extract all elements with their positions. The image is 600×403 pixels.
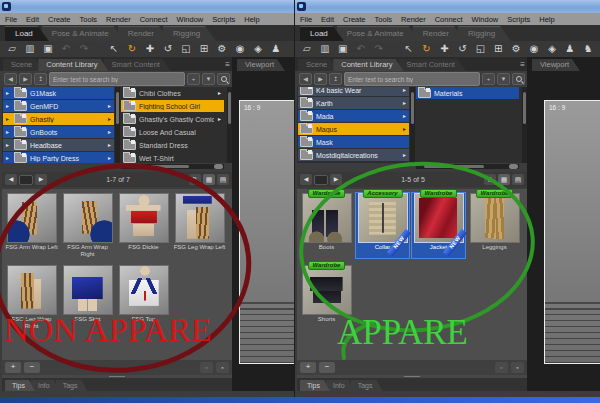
search-icon[interactable] (512, 73, 525, 85)
tab-tags[interactable]: Tags (351, 380, 383, 391)
tool-settings-icon[interactable]: ⚙ (216, 42, 228, 56)
menu-window[interactable]: Window (177, 15, 204, 24)
viewport-3d-view[interactable]: 16 : 9 (544, 100, 600, 364)
tab-render[interactable]: Render (118, 26, 170, 41)
subfolder-arrow-icon[interactable]: ► (402, 100, 407, 106)
menu-tools[interactable]: Tools (80, 15, 98, 24)
prev-page-button[interactable]: ◀ (5, 174, 17, 185)
remove-button[interactable]: − (24, 362, 40, 373)
tab-info[interactable]: Info (31, 380, 60, 391)
subfolder-row-chibi[interactable]: Chibi Clothes ► (121, 87, 224, 99)
undo-icon[interactable]: ↶ (355, 42, 367, 56)
subfolder-row-standard-dress[interactable]: Standard Dress (121, 139, 224, 151)
search-options-button[interactable]: ▼ (202, 73, 215, 85)
menu-edit[interactable]: Edit (26, 15, 39, 24)
tab-tips[interactable]: Tips (5, 380, 35, 391)
tool-settings-icon[interactable]: ⚙ (510, 42, 522, 56)
up-level-button[interactable]: ↥ (34, 73, 47, 85)
subfolder-row-loose-casual[interactable]: Loose And Casual (121, 126, 224, 138)
nav-forward-button[interactable]: ▶ (19, 73, 32, 85)
node-selection-icon[interactable]: ↖ (403, 42, 415, 56)
import-icon[interactable]: ▥ (24, 42, 36, 56)
tab-rigging[interactable]: Rigging (458, 26, 511, 41)
camera-icon[interactable]: ◉ (528, 42, 540, 56)
pane-menu-icon[interactable]: ≡ (225, 60, 230, 69)
sort-icon[interactable]: ⇅ (189, 174, 201, 185)
save-icon[interactable]: ▣ (42, 42, 54, 56)
asset-fsg-leg-wrap-right[interactable]: FSG Leg Wrap Right (5, 265, 58, 330)
camera-icon[interactable]: ◉ (234, 42, 246, 56)
asset-fsg-arm-wrap-left[interactable]: FSG Arm Wrap Left (5, 193, 58, 258)
subfolder-arrow-icon[interactable]: ► (217, 90, 222, 96)
grid-view-icon[interactable]: ▦ (498, 174, 510, 185)
rotate-tool-icon[interactable]: ↻ (126, 42, 138, 56)
subfolder-arrow-icon[interactable]: ► (107, 103, 112, 109)
subfolder-arrow-icon[interactable]: ► (402, 87, 407, 93)
add-button[interactable]: + (5, 362, 21, 373)
scale-tool-icon[interactable]: ◱ (180, 42, 192, 56)
subfolder-arrow-icon[interactable]: ► (107, 116, 112, 122)
import-icon[interactable]: ▥ (319, 42, 331, 56)
thumb-size-large-icon[interactable]: ▪ (216, 362, 229, 373)
horizontal-scrollbar[interactable] (416, 164, 519, 169)
menu-render[interactable]: Render (106, 15, 131, 24)
list-view-icon[interactable]: ▤ (217, 174, 229, 185)
asset-fsg-skirt[interactable]: FSG Skirt (61, 265, 114, 330)
window-titlebar[interactable] (295, 0, 600, 14)
asset-jacket[interactable]: Wardrobe NEW Jacket (412, 193, 465, 258)
nav-back-button[interactable]: ◀ (4, 73, 17, 85)
next-page-button[interactable]: ▶ (35, 174, 47, 185)
save-icon[interactable]: ▣ (337, 42, 349, 56)
tree-scrollbar[interactable] (115, 87, 120, 163)
figure-2-icon[interactable]: ♞ (582, 42, 594, 56)
tab-smart-content[interactable]: Smart Content (104, 59, 171, 71)
add-filter-button[interactable]: + (482, 73, 495, 85)
frame-tool-icon[interactable]: ⊞ (492, 42, 504, 56)
menu-connect[interactable]: Connect (140, 15, 168, 24)
tab-smart-content[interactable]: Smart Content (399, 59, 466, 71)
prev-page-button[interactable]: ◀ (300, 174, 312, 185)
thumb-size-small-icon[interactable]: ▫ (495, 362, 508, 373)
tab-content-library[interactable]: Content Library (333, 59, 403, 71)
page-number-field[interactable] (314, 175, 328, 185)
add-filter-button[interactable]: + (187, 73, 200, 85)
menu-file[interactable]: File (300, 15, 312, 24)
expand-arrow-icon[interactable]: ► (5, 103, 11, 109)
surface-tool-icon[interactable]: ◈ (252, 42, 264, 56)
open-file-icon[interactable]: ▱ (301, 42, 313, 56)
expand-arrow-icon[interactable]: ► (5, 155, 11, 161)
tab-rigging[interactable]: Rigging (163, 26, 216, 41)
menu-connect[interactable]: Connect (435, 15, 463, 24)
subfolder-row-ghastly-comic[interactable]: Ghastly's Ghastly Comic ► (121, 113, 224, 125)
menu-help[interactable]: Help (539, 15, 554, 24)
subfolder-arrow-icon[interactable]: ► (107, 142, 112, 148)
subfolder-arrow-icon[interactable]: ► (107, 155, 112, 161)
subfolder-row-wet-tshirt[interactable]: Wet T-Shirt (121, 152, 224, 163)
remove-button[interactable]: − (319, 362, 335, 373)
viewport-3d-view[interactable]: 16 : 9 (239, 100, 294, 364)
thumb-size-large-icon[interactable]: ▪ (511, 362, 524, 373)
horizontal-scrollbar[interactable] (121, 164, 224, 169)
menu-window[interactable]: Window (472, 15, 499, 24)
menu-create[interactable]: Create (48, 15, 71, 24)
tab-scene[interactable]: Scene (298, 59, 338, 71)
translate-tool-icon[interactable]: ✚ (439, 42, 451, 56)
tab-viewport[interactable]: Viewport (532, 59, 580, 71)
search-input[interactable] (49, 72, 185, 86)
tree-scrollbar[interactable] (410, 87, 415, 163)
search-icon[interactable] (217, 73, 230, 85)
folder-row-karth[interactable]: Karth ► (298, 97, 409, 109)
folder-row-g1mask[interactable]: ► G1Mask (3, 87, 114, 99)
tab-viewport[interactable]: Viewport (237, 59, 285, 71)
search-input[interactable] (344, 72, 480, 86)
expand-arrow-icon[interactable]: ► (5, 116, 11, 122)
expand-arrow-icon[interactable]: ► (5, 90, 11, 96)
frame-tool-icon[interactable]: ⊞ (198, 42, 210, 56)
redo-icon[interactable]: ↷ (78, 42, 90, 56)
open-file-icon[interactable]: ▱ (6, 42, 18, 56)
folder-row-mada[interactable]: Mada ► (298, 110, 409, 122)
menu-scripts[interactable]: Scripts (507, 15, 530, 24)
menu-render[interactable]: Render (401, 15, 426, 24)
subfolder-row-materials[interactable]: Materials (416, 87, 519, 99)
tab-pose-animate[interactable]: Pose & Animate (42, 26, 125, 41)
